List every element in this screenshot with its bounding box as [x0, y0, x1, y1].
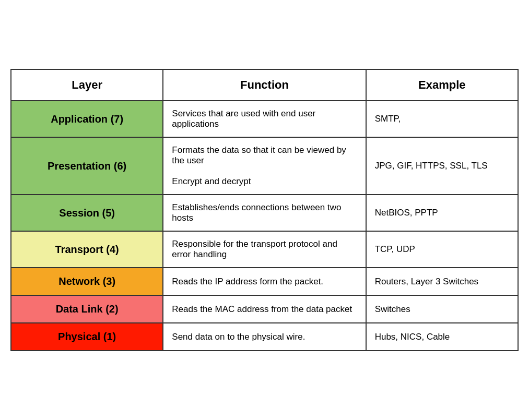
- layer-cell-datalink: Data Link (2): [11, 295, 163, 323]
- layer-cell-application: Application (7): [11, 101, 163, 137]
- layer-cell-transport: Transport (4): [11, 231, 163, 268]
- table-row: Application (7)Services that are used wi…: [11, 101, 518, 137]
- example-cell-transport: TCP, UDP: [366, 231, 518, 268]
- layer-cell-session: Session (5): [11, 195, 163, 231]
- example-cell-presentation: JPG, GIF, HTTPS, SSL, TLS: [366, 137, 518, 195]
- function-cell-physical: Send data on to the physical wire.: [163, 323, 366, 351]
- osi-model-table: Layer Function Example Application (7)Se…: [10, 69, 519, 351]
- function-cell-session: Establishes/ends connections between two…: [163, 195, 366, 231]
- function-cell-datalink: Reads the MAC address from the data pack…: [163, 295, 366, 323]
- header-row: Layer Function Example: [11, 69, 518, 101]
- example-cell-physical: Hubs, NICS, Cable: [366, 323, 518, 351]
- header-function: Function: [163, 69, 366, 101]
- example-cell-network: Routers, Layer 3 Switches: [366, 268, 518, 295]
- main-container: Layer Function Example Application (7)Se…: [0, 0, 529, 420]
- example-cell-session: NetBIOS, PPTP: [366, 195, 518, 231]
- layer-cell-physical: Physical (1): [11, 323, 163, 351]
- function-cell-presentation: Formats the data so that it can be viewe…: [163, 137, 366, 195]
- header-example: Example: [366, 69, 518, 101]
- table-row: Physical (1)Send data on to the physical…: [11, 323, 518, 351]
- function-cell-application: Services that are used with end user app…: [163, 101, 366, 137]
- table-row: Transport (4)Responsible for the transpo…: [11, 231, 518, 268]
- function-cell-network: Reads the IP address form the packet.: [163, 268, 366, 295]
- table-row: Network (3)Reads the IP address form the…: [11, 268, 518, 295]
- table-row: Presentation (6)Formats the data so that…: [11, 137, 518, 195]
- example-cell-application: SMTP,: [366, 101, 518, 137]
- table-row: Data Link (2)Reads the MAC address from …: [11, 295, 518, 323]
- layer-cell-presentation: Presentation (6): [11, 137, 163, 195]
- example-cell-datalink: Switches: [366, 295, 518, 323]
- function-cell-transport: Responsible for the transport protocol a…: [163, 231, 366, 268]
- layer-cell-network: Network (3): [11, 268, 163, 295]
- table-row: Session (5)Establishes/ends connections …: [11, 195, 518, 231]
- header-layer: Layer: [11, 69, 163, 101]
